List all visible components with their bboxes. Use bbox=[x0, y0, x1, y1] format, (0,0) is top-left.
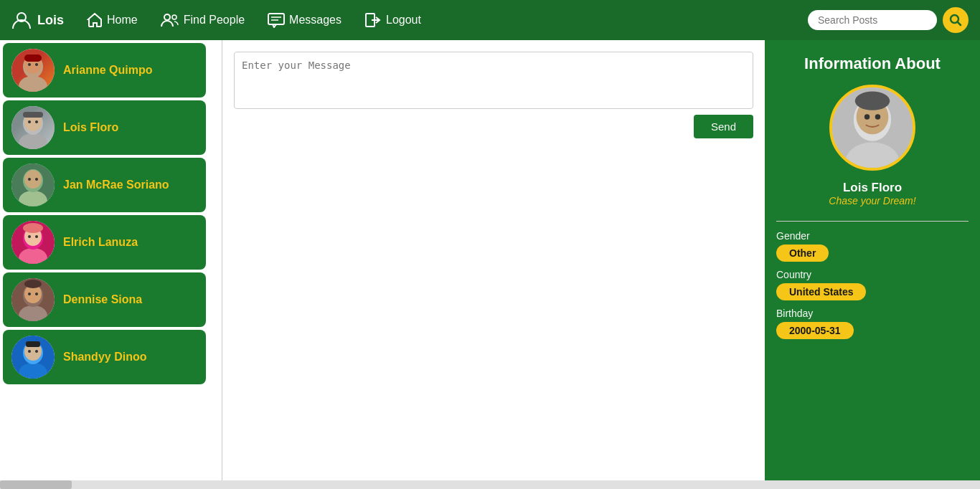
list-item[interactable]: Arianne Quimpo bbox=[3, 43, 206, 98]
people-icon bbox=[161, 12, 179, 28]
contact-name: Lois Floro bbox=[63, 121, 118, 134]
birthday-label: Birthday bbox=[776, 308, 813, 319]
birthday-row: Birthday 2000-05-31 bbox=[776, 308, 969, 339]
send-button[interactable]: Send bbox=[694, 115, 753, 138]
svg-line-9 bbox=[958, 22, 961, 26]
list-item[interactable]: Shandyy Dinoo bbox=[3, 330, 206, 384]
avatar bbox=[11, 278, 55, 321]
send-row: Send bbox=[234, 115, 753, 138]
list-item[interactable]: Dennise Siona bbox=[3, 272, 206, 327]
svg-point-32 bbox=[28, 235, 31, 238]
svg-rect-48 bbox=[26, 341, 40, 347]
message-input[interactable] bbox=[234, 52, 753, 109]
country-row: Country United States bbox=[776, 269, 969, 300]
svg-point-2 bbox=[172, 15, 176, 19]
contact-name: Dennise Siona bbox=[63, 293, 142, 306]
nav-links: Home Find People Messages bbox=[87, 12, 785, 28]
svg-point-14 bbox=[35, 63, 38, 66]
country-badge: United States bbox=[776, 283, 866, 300]
svg-rect-21 bbox=[23, 112, 43, 118]
svg-point-54 bbox=[875, 114, 880, 119]
user-icon bbox=[11, 10, 32, 30]
nav-messages[interactable]: Messages bbox=[268, 12, 341, 28]
gender-row: Gender Other bbox=[776, 230, 969, 262]
svg-point-47 bbox=[35, 350, 38, 353]
gender-badge: Other bbox=[776, 244, 829, 262]
nav-home[interactable]: Home bbox=[87, 12, 138, 28]
horizontal-scrollbar[interactable] bbox=[0, 480, 980, 489]
list-item[interactable]: Jan McRae Soriano bbox=[3, 158, 206, 212]
messages-icon bbox=[268, 12, 285, 28]
info-title: Information About bbox=[804, 54, 941, 73]
search-input[interactable] bbox=[808, 10, 937, 30]
nav-logout-label: Logout bbox=[386, 14, 421, 27]
navbar: Lois Home Find People Messa bbox=[0, 0, 980, 40]
country-label: Country bbox=[776, 269, 811, 280]
avatar bbox=[11, 106, 55, 149]
contact-name: Arianne Quimpo bbox=[63, 64, 152, 77]
svg-rect-3 bbox=[268, 14, 284, 24]
info-panel: Information About Lois Floro Chase your … bbox=[765, 40, 980, 489]
avatar bbox=[11, 163, 55, 206]
list-item[interactable]: Lois Floro bbox=[3, 100, 206, 155]
svg-point-13 bbox=[28, 63, 31, 66]
profile-avatar bbox=[829, 85, 915, 171]
contact-name: Shandyy Dinoo bbox=[63, 351, 146, 364]
contact-name: Elrich Lanuza bbox=[63, 236, 138, 249]
sidebar[interactable]: Arianne Quimpo Lois F bbox=[0, 40, 222, 489]
contact-name: Jan McRae Soriano bbox=[63, 179, 169, 191]
svg-point-34 bbox=[23, 223, 43, 233]
avatar bbox=[11, 49, 55, 92]
search-button[interactable] bbox=[943, 7, 969, 33]
list-item[interactable]: Elrich Lanuza bbox=[3, 215, 206, 270]
svg-point-39 bbox=[28, 293, 31, 295]
search-area bbox=[808, 7, 969, 33]
svg-point-46 bbox=[28, 350, 31, 353]
svg-point-11 bbox=[19, 76, 47, 92]
svg-point-33 bbox=[35, 235, 38, 238]
search-icon bbox=[949, 14, 962, 27]
nav-find-people[interactable]: Find People bbox=[161, 12, 245, 28]
svg-point-19 bbox=[28, 120, 31, 123]
svg-point-55 bbox=[855, 92, 890, 110]
svg-point-26 bbox=[28, 178, 31, 181]
nav-home-label: Home bbox=[107, 14, 138, 27]
nav-brand: Lois bbox=[11, 10, 64, 30]
svg-rect-15 bbox=[24, 54, 42, 62]
scrollbar-thumb[interactable] bbox=[0, 480, 72, 489]
brand-label: Lois bbox=[37, 13, 64, 28]
home-icon bbox=[87, 12, 103, 28]
svg-point-40 bbox=[35, 293, 38, 295]
svg-point-25 bbox=[24, 170, 42, 189]
contact-list: Arianne Quimpo Lois F bbox=[0, 43, 222, 384]
logout-icon bbox=[364, 12, 382, 28]
svg-point-16 bbox=[19, 133, 47, 149]
main-container: Arianne Quimpo Lois F bbox=[0, 40, 980, 489]
message-area: Send bbox=[222, 40, 765, 489]
profile-bio: Chase your Dream! bbox=[829, 195, 915, 206]
gender-label: Gender bbox=[776, 230, 810, 242]
birthday-badge: 2000-05-31 bbox=[776, 322, 854, 339]
avatar bbox=[11, 336, 55, 379]
svg-point-27 bbox=[35, 178, 38, 181]
nav-logout[interactable]: Logout bbox=[364, 12, 421, 28]
info-divider bbox=[776, 221, 969, 222]
nav-messages-label: Messages bbox=[289, 14, 341, 27]
avatar bbox=[11, 221, 55, 264]
svg-point-1 bbox=[164, 14, 170, 20]
nav-find-people-label: Find People bbox=[184, 14, 245, 27]
svg-point-53 bbox=[864, 114, 870, 119]
svg-point-20 bbox=[35, 120, 38, 123]
profile-name: Lois Floro bbox=[843, 181, 902, 195]
svg-point-41 bbox=[24, 280, 42, 288]
